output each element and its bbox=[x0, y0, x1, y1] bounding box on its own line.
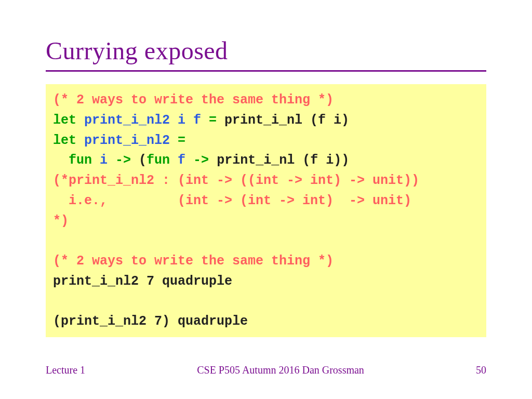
code-token: i.e., (int -> (int -> int) -> unit) bbox=[53, 193, 411, 208]
code-token: print_i_nl2 7 quadruple bbox=[53, 274, 232, 289]
code-line: print_i_nl2 7 quadruple bbox=[53, 272, 479, 292]
code-block: (* 2 ways to write the same thing *)let … bbox=[46, 84, 486, 337]
code-token: = bbox=[201, 113, 224, 128]
code-line: let print_i_nl2 i f = print_i_nl (f i) bbox=[53, 111, 479, 131]
code-token: print_i_nl (f i) bbox=[224, 113, 349, 128]
code-line bbox=[53, 231, 479, 251]
code-token: print_i_nl (f i)) bbox=[217, 153, 349, 168]
code-token: (*print_i_nl2 : (int -> ((int -> int) ->… bbox=[53, 173, 419, 188]
code-token: *) bbox=[53, 214, 69, 229]
code-line: (* 2 ways to write the same thing *) bbox=[53, 251, 479, 272]
code-line: (* 2 ways to write the same thing *) bbox=[53, 90, 479, 111]
code-token: fun bbox=[147, 153, 178, 168]
code-line: fun i -> (fun f -> print_i_nl (f i)) bbox=[53, 151, 479, 171]
code-token: (print_i_nl2 7) quadruple bbox=[53, 314, 248, 329]
code-token: i bbox=[100, 153, 108, 168]
code-token: f bbox=[178, 153, 185, 168]
code-line: (print_i_nl2 7) quadruple bbox=[53, 312, 479, 332]
slide-title: Currying exposed bbox=[46, 36, 486, 65]
code-token: ( bbox=[139, 153, 147, 168]
footer: Lecture 1 CSE P505 Autumn 2016 Dan Gross… bbox=[46, 364, 486, 376]
code-token: -> bbox=[108, 153, 139, 168]
code-token: -> bbox=[185, 153, 217, 168]
title-underline bbox=[46, 70, 486, 72]
code-token: fun bbox=[69, 153, 100, 168]
footer-right: 50 bbox=[476, 364, 486, 376]
code-token: let bbox=[53, 133, 84, 148]
code-line: (*print_i_nl2 : (int -> ((int -> int) ->… bbox=[53, 171, 479, 191]
code-token: print_i_nl2 i f bbox=[84, 113, 201, 128]
code-token: = bbox=[170, 133, 185, 148]
code-line: i.e., (int -> (int -> int) -> unit) bbox=[53, 191, 479, 211]
code-token: print_i_nl2 bbox=[84, 133, 170, 148]
code-line: *) bbox=[53, 211, 479, 232]
slide: Currying exposed (* 2 ways to write the … bbox=[0, 0, 532, 399]
footer-center: CSE P505 Autumn 2016 Dan Grossman bbox=[197, 364, 364, 376]
code-token bbox=[53, 153, 69, 168]
code-token: (* 2 ways to write the same thing *) bbox=[53, 254, 334, 269]
code-token: let bbox=[53, 113, 84, 128]
code-token: (* 2 ways to write the same thing *) bbox=[53, 92, 334, 108]
code-line: let print_i_nl2 = bbox=[53, 131, 479, 151]
footer-left: Lecture 1 bbox=[46, 364, 85, 376]
code-line bbox=[53, 292, 479, 312]
